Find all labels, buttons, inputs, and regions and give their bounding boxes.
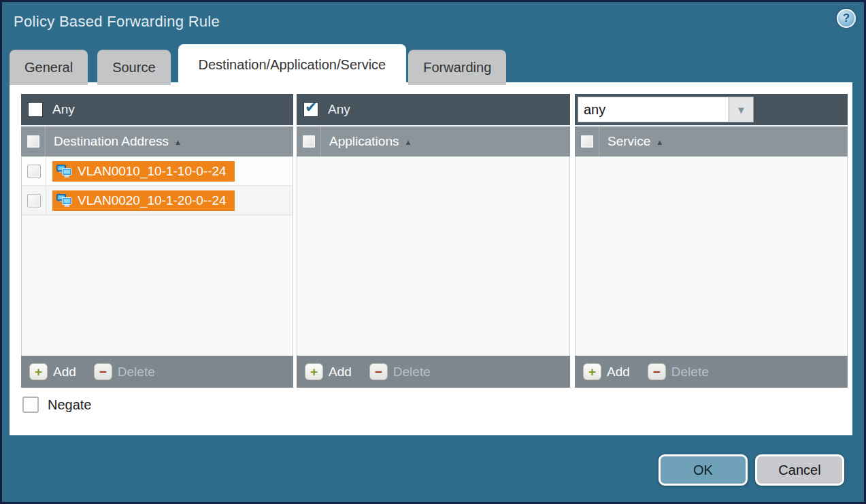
add-icon: + — [583, 363, 601, 380]
service-selectall-checkbox[interactable] — [580, 135, 594, 148]
destination-list: VLAN0010_10-1-10-0--24 — [21, 156, 293, 356]
applications-column: ✔ Any Applications ▲ + Add − Delete — [297, 94, 570, 388]
delete-button[interactable]: − Delete — [94, 363, 155, 380]
service-dropdown-input[interactable] — [578, 97, 729, 122]
tab-destination-application-service[interactable]: Destination/Application/Service — [178, 44, 407, 85]
negate-checkbox[interactable] — [22, 397, 39, 413]
tab-content-panel: Any Destination Address ▲ — [10, 82, 852, 435]
network-address-icon — [56, 193, 73, 208]
applications-selectall-checkbox[interactable] — [302, 135, 316, 148]
address-object-tag[interactable]: VLAN0020_10-1-20-0--24 — [52, 190, 235, 211]
address-object-label: VLAN0020_10-1-20-0--24 — [78, 193, 227, 208]
service-list — [575, 156, 848, 356]
destination-any-label: Any — [52, 102, 75, 117]
destination-address-column: Any Destination Address ▲ — [21, 94, 293, 388]
add-button[interactable]: + Add — [583, 363, 630, 380]
destination-column-header: Destination Address ▲ — [21, 125, 293, 156]
row-checkbox[interactable] — [27, 165, 41, 178]
destination-any-checkbox[interactable] — [28, 102, 43, 117]
destination-selectall-checkbox[interactable] — [27, 135, 40, 148]
ok-button[interactable]: OK — [659, 454, 748, 486]
table-row[interactable]: VLAN0010_10-1-10-0--24 — [22, 157, 293, 186]
destination-toolbar: + Add − Delete — [21, 356, 293, 388]
delete-icon: − — [648, 363, 666, 380]
service-header-sort[interactable]: Service ▲ — [607, 134, 663, 149]
checkmark-icon: ✔ — [305, 99, 317, 116]
sort-ascending-icon: ▲ — [174, 138, 182, 146]
applications-any-checkbox[interactable]: ✔ — [303, 102, 318, 117]
add-button[interactable]: + Add — [29, 363, 76, 380]
sort-ascending-icon: ▲ — [404, 138, 412, 146]
address-object-label: VLAN0010_10-1-10-0--24 — [78, 164, 227, 179]
tab-bar: General Source Destination/Application/S… — [10, 44, 506, 85]
delete-icon: − — [369, 363, 388, 380]
tab-forwarding[interactable]: Forwarding — [408, 50, 506, 85]
delete-button[interactable]: − Delete — [648, 363, 709, 380]
delete-button[interactable]: − Delete — [369, 363, 431, 380]
applications-column-header: Applications ▲ — [297, 125, 570, 156]
sort-ascending-icon: ▲ — [656, 138, 663, 146]
chevron-down-icon: ▼ — [736, 104, 746, 116]
cancel-button[interactable]: Cancel — [755, 454, 844, 486]
destination-any-bar: Any — [21, 94, 293, 125]
destination-header-sort[interactable]: Destination Address ▲ — [54, 134, 182, 149]
table-row[interactable]: VLAN0020_10-1-20-0--24 — [22, 186, 293, 216]
service-column-header: Service ▲ — [575, 125, 848, 156]
service-dropdown-button[interactable]: ▼ — [729, 97, 754, 122]
applications-any-label: Any — [328, 102, 350, 117]
negate-option: Negate — [22, 397, 92, 413]
add-button[interactable]: + Add — [305, 363, 352, 380]
tab-general[interactable]: General — [10, 50, 88, 85]
dialog-title: Policy Based Forwarding Rule — [14, 13, 220, 31]
network-address-icon — [56, 164, 73, 179]
applications-header-sort[interactable]: Applications ▲ — [329, 134, 412, 149]
applications-list — [297, 156, 570, 356]
service-any-bar: ▼ — [575, 94, 848, 125]
applications-toolbar: + Add − Delete — [297, 356, 570, 388]
negate-label: Negate — [48, 397, 92, 413]
service-dropdown: ▼ — [578, 97, 754, 122]
service-column: ▼ Service ▲ + Add − Delete — [575, 94, 848, 388]
add-icon: + — [29, 363, 48, 380]
tab-source[interactable]: Source — [97, 50, 170, 85]
address-object-tag[interactable]: VLAN0010_10-1-10-0--24 — [52, 161, 235, 182]
policy-forwarding-dialog: Policy Based Forwarding Rule ? General S… — [0, 0, 866, 504]
service-toolbar: + Add − Delete — [575, 356, 848, 388]
add-icon: + — [305, 363, 323, 380]
delete-icon: − — [94, 363, 112, 380]
help-icon[interactable]: ? — [837, 9, 856, 28]
row-checkbox[interactable] — [27, 194, 41, 207]
applications-any-bar: ✔ Any — [297, 94, 570, 125]
